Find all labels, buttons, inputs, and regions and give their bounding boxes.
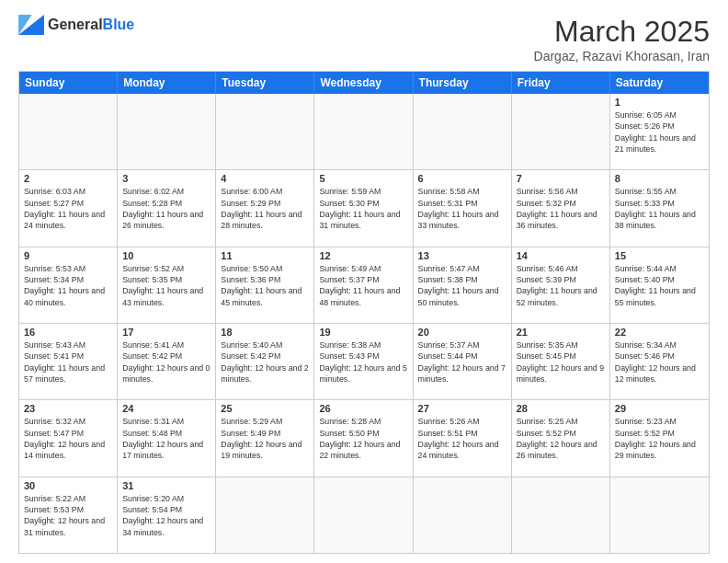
day-cell <box>118 94 216 169</box>
day-number: 21 <box>517 327 605 338</box>
day-info: Sunrise: 5:20 AM Sunset: 5:54 PM Dayligh… <box>122 493 210 538</box>
day-info: Sunrise: 5:53 AM Sunset: 5:34 PM Dayligh… <box>24 263 112 308</box>
day-info: Sunrise: 5:47 AM Sunset: 5:38 PM Dayligh… <box>418 263 506 308</box>
day-number: 10 <box>122 250 210 261</box>
general-blue-logo-icon <box>18 15 44 35</box>
day-number: 11 <box>221 250 309 261</box>
day-info: Sunrise: 5:28 AM Sunset: 5:50 PM Dayligh… <box>319 416 407 461</box>
logo: GeneralBlue <box>18 15 134 35</box>
day-cell <box>216 94 314 169</box>
day-cell: 14Sunrise: 5:46 AM Sunset: 5:39 PM Dayli… <box>512 247 610 323</box>
day-number: 29 <box>615 403 704 414</box>
day-info: Sunrise: 5:58 AM Sunset: 5:31 PM Dayligh… <box>418 186 506 231</box>
day-header-wednesday: Wednesday <box>314 72 413 94</box>
week-row-4: 16Sunrise: 5:43 AM Sunset: 5:41 PM Dayli… <box>19 324 709 400</box>
day-cell <box>512 477 610 553</box>
day-cell <box>414 477 512 553</box>
day-cell: 25Sunrise: 5:29 AM Sunset: 5:49 PM Dayli… <box>216 400 314 476</box>
day-cell: 31Sunrise: 5:20 AM Sunset: 5:54 PM Dayli… <box>118 477 216 553</box>
day-number: 23 <box>24 403 112 414</box>
day-info: Sunrise: 6:00 AM Sunset: 5:29 PM Dayligh… <box>221 186 309 231</box>
day-number: 13 <box>418 250 506 261</box>
day-number: 9 <box>24 250 112 261</box>
day-info: Sunrise: 5:25 AM Sunset: 5:52 PM Dayligh… <box>517 416 605 461</box>
day-number: 27 <box>418 403 506 414</box>
day-cell: 11Sunrise: 5:50 AM Sunset: 5:36 PM Dayli… <box>216 247 314 323</box>
day-cell: 27Sunrise: 5:26 AM Sunset: 5:51 PM Dayli… <box>414 400 512 476</box>
day-number: 14 <box>517 250 605 261</box>
day-header-sunday: Sunday <box>19 72 118 94</box>
day-info: Sunrise: 5:49 AM Sunset: 5:37 PM Dayligh… <box>319 263 407 308</box>
day-info: Sunrise: 5:55 AM Sunset: 5:33 PM Dayligh… <box>615 186 704 231</box>
day-info: Sunrise: 5:32 AM Sunset: 5:47 PM Dayligh… <box>24 416 112 461</box>
day-number: 2 <box>24 173 112 184</box>
day-info: Sunrise: 5:31 AM Sunset: 5:48 PM Dayligh… <box>122 416 210 461</box>
day-cell <box>19 94 118 169</box>
day-cell: 19Sunrise: 5:38 AM Sunset: 5:43 PM Dayli… <box>314 324 413 399</box>
day-cell <box>314 94 413 169</box>
day-info: Sunrise: 5:46 AM Sunset: 5:39 PM Dayligh… <box>517 263 605 308</box>
day-info: Sunrise: 6:05 AM Sunset: 5:26 PM Dayligh… <box>615 109 704 155</box>
day-number: 12 <box>319 250 407 261</box>
day-info: Sunrise: 5:34 AM Sunset: 5:46 PM Dayligh… <box>615 339 704 385</box>
day-info: Sunrise: 5:22 AM Sunset: 5:53 PM Dayligh… <box>24 493 112 538</box>
day-cell: 9Sunrise: 5:53 AM Sunset: 5:34 PM Daylig… <box>19 247 118 323</box>
day-number: 25 <box>221 403 309 414</box>
day-number: 8 <box>615 173 704 184</box>
day-number: 18 <box>221 327 309 338</box>
day-info: Sunrise: 5:59 AM Sunset: 5:30 PM Dayligh… <box>319 186 407 231</box>
day-number: 26 <box>319 403 407 414</box>
day-number: 15 <box>615 250 704 261</box>
day-cell <box>314 477 413 553</box>
day-header-tuesday: Tuesday <box>216 72 314 94</box>
day-number: 19 <box>319 327 407 338</box>
week-row-1: 1Sunrise: 6:05 AM Sunset: 5:26 PM Daylig… <box>19 94 709 170</box>
day-cell: 15Sunrise: 5:44 AM Sunset: 5:40 PM Dayli… <box>610 247 709 323</box>
day-cell: 29Sunrise: 5:23 AM Sunset: 5:52 PM Dayli… <box>610 400 709 476</box>
day-cell: 7Sunrise: 5:56 AM Sunset: 5:32 PM Daylig… <box>512 170 610 246</box>
day-info: Sunrise: 5:37 AM Sunset: 5:44 PM Dayligh… <box>418 339 506 385</box>
day-number: 6 <box>418 173 506 184</box>
day-info: Sunrise: 5:52 AM Sunset: 5:35 PM Dayligh… <box>122 263 210 308</box>
day-number: 5 <box>319 173 407 184</box>
day-header-thursday: Thursday <box>414 72 512 94</box>
day-cell: 4Sunrise: 6:00 AM Sunset: 5:29 PM Daylig… <box>216 170 314 246</box>
day-cell: 18Sunrise: 5:40 AM Sunset: 5:42 PM Dayli… <box>216 324 314 399</box>
day-number: 31 <box>122 480 210 491</box>
calendar-body: 1Sunrise: 6:05 AM Sunset: 5:26 PM Daylig… <box>19 94 709 553</box>
day-cell: 23Sunrise: 5:32 AM Sunset: 5:47 PM Dayli… <box>19 400 118 476</box>
day-number: 30 <box>24 480 112 491</box>
day-info: Sunrise: 5:50 AM Sunset: 5:36 PM Dayligh… <box>221 263 309 308</box>
day-cell: 17Sunrise: 5:41 AM Sunset: 5:42 PM Dayli… <box>118 324 216 399</box>
day-info: Sunrise: 5:29 AM Sunset: 5:49 PM Dayligh… <box>221 416 309 461</box>
week-row-5: 23Sunrise: 5:32 AM Sunset: 5:47 PM Dayli… <box>19 400 709 477</box>
day-header-friday: Friday <box>512 72 610 94</box>
day-number: 22 <box>615 327 704 338</box>
day-number: 4 <box>221 173 309 184</box>
day-cell: 21Sunrise: 5:35 AM Sunset: 5:45 PM Dayli… <box>512 324 610 399</box>
day-number: 17 <box>122 327 210 338</box>
day-info: Sunrise: 5:41 AM Sunset: 5:42 PM Dayligh… <box>122 339 210 385</box>
location-subtitle: Dargaz, Razavi Khorasan, Iran <box>534 49 710 63</box>
day-cell: 30Sunrise: 5:22 AM Sunset: 5:53 PM Dayli… <box>19 477 118 553</box>
day-info: Sunrise: 5:35 AM Sunset: 5:45 PM Dayligh… <box>517 339 605 385</box>
day-header-saturday: Saturday <box>610 72 709 94</box>
day-cell: 26Sunrise: 5:28 AM Sunset: 5:50 PM Dayli… <box>314 400 413 476</box>
day-cell <box>216 477 314 553</box>
day-info: Sunrise: 6:02 AM Sunset: 5:28 PM Dayligh… <box>122 186 210 231</box>
day-info: Sunrise: 5:23 AM Sunset: 5:52 PM Dayligh… <box>615 416 704 461</box>
day-cell: 8Sunrise: 5:55 AM Sunset: 5:33 PM Daylig… <box>610 170 709 246</box>
day-cell: 6Sunrise: 5:58 AM Sunset: 5:31 PM Daylig… <box>414 170 512 246</box>
day-info: Sunrise: 5:43 AM Sunset: 5:41 PM Dayligh… <box>24 339 112 385</box>
day-info: Sunrise: 5:56 AM Sunset: 5:32 PM Dayligh… <box>517 186 605 231</box>
day-headers-row: SundayMondayTuesdayWednesdayThursdayFrid… <box>19 72 709 94</box>
day-info: Sunrise: 5:26 AM Sunset: 5:51 PM Dayligh… <box>418 416 506 461</box>
day-number: 28 <box>517 403 605 414</box>
header: GeneralBlue March 2025 Dargaz, Razavi Kh… <box>18 15 710 63</box>
title-block: March 2025 Dargaz, Razavi Khorasan, Iran <box>534 15 710 63</box>
day-number: 16 <box>24 327 112 338</box>
week-row-6: 30Sunrise: 5:22 AM Sunset: 5:53 PM Dayli… <box>19 477 709 553</box>
day-cell: 3Sunrise: 6:02 AM Sunset: 5:28 PM Daylig… <box>118 170 216 246</box>
week-row-3: 9Sunrise: 5:53 AM Sunset: 5:34 PM Daylig… <box>19 247 709 324</box>
day-info: Sunrise: 5:38 AM Sunset: 5:43 PM Dayligh… <box>319 339 407 385</box>
